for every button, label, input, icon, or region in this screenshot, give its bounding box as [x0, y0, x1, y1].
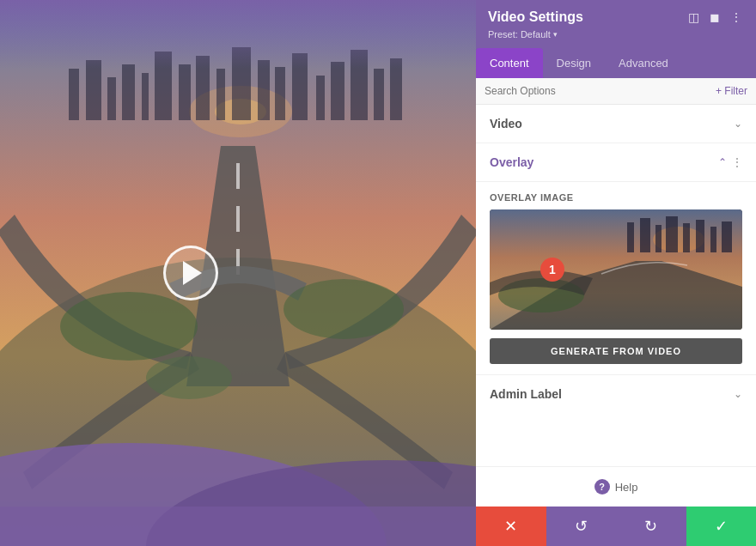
help-icon: ? — [594, 479, 610, 494]
filter-button[interactable]: + Filter — [716, 85, 747, 97]
tab-content[interactable]: Content — [476, 48, 543, 78]
svg-rect-11 — [216, 69, 225, 120]
preset-text: Preset: Default — [488, 29, 551, 39]
undo-icon: ↺ — [575, 517, 588, 536]
generate-btn-label: GENERATE FROM VIDEO — [551, 346, 681, 356]
panel-header: Video Settings ◫ ◼ ⋮ Preset: Default ▾ — [476, 0, 756, 48]
svg-rect-3 — [69, 69, 79, 120]
video-chevron-icon: ⌄ — [734, 118, 742, 130]
tab-design-label: Design — [557, 57, 591, 70]
save-icon: ✓ — [715, 517, 728, 536]
video-background — [0, 0, 476, 546]
more-icon[interactable]: ⋮ — [729, 9, 744, 26]
overlay-section-title: Overlay — [490, 155, 533, 169]
svg-rect-9 — [179, 64, 191, 120]
save-button[interactable]: ✓ — [686, 507, 757, 546]
redo-button[interactable]: ↻ — [616, 507, 686, 546]
tab-advanced[interactable]: Advanced — [605, 48, 682, 78]
svg-rect-4 — [86, 60, 101, 120]
svg-rect-28 — [0, 0, 476, 69]
overlay-chevron-icon: ⌃ — [718, 156, 727, 168]
header-icons: ◫ ◼ ⋮ — [686, 9, 744, 26]
video-preview — [0, 0, 476, 546]
cancel-button[interactable]: ✕ — [476, 507, 546, 546]
admin-section-header[interactable]: Admin Label ⌄ — [476, 375, 756, 413]
svg-rect-16 — [316, 76, 325, 120]
tab-advanced-label: Advanced — [619, 57, 668, 70]
svg-point-26 — [284, 279, 404, 339]
panel-content: Video ⌄ Overlay ⌃ ⋮ Overlay Image — [476, 105, 756, 466]
svg-rect-5 — [107, 77, 116, 120]
overlay-image-upload[interactable]: 1 — [490, 209, 742, 330]
overlay-section-content: Overlay Image — [476, 182, 756, 375]
svg-rect-41 — [722, 221, 732, 252]
overlay-section-actions: ⌃ ⋮ — [718, 156, 742, 168]
undo-button[interactable]: ↺ — [546, 507, 617, 546]
overlay-section-header[interactable]: Overlay ⌃ ⋮ — [476, 143, 756, 182]
svg-rect-36 — [655, 225, 662, 252]
header-top: Video Settings ◫ ◼ ⋮ — [488, 9, 744, 26]
preset-label[interactable]: Preset: Default ▾ — [488, 29, 744, 39]
svg-rect-6 — [122, 64, 135, 120]
admin-chevron-icon: ⌄ — [734, 388, 742, 400]
help-label: Help — [615, 481, 638, 494]
search-input[interactable] — [485, 85, 716, 97]
overlay-thumbnail — [490, 209, 742, 330]
svg-rect-35 — [640, 218, 650, 252]
preset-arrow-icon: ▾ — [553, 30, 558, 39]
svg-point-25 — [60, 292, 198, 361]
redo-icon: ↻ — [644, 517, 657, 536]
tab-design[interactable]: Design — [543, 48, 605, 78]
svg-rect-38 — [683, 223, 690, 252]
overlay-image-label: Overlay Image — [490, 192, 742, 203]
overlay-more-icon[interactable]: ⋮ — [732, 156, 742, 168]
svg-rect-13 — [258, 60, 270, 120]
svg-rect-39 — [696, 220, 704, 252]
search-bar: + Filter — [476, 78, 756, 105]
svg-rect-19 — [374, 69, 384, 120]
svg-rect-14 — [275, 67, 285, 120]
svg-rect-40 — [710, 227, 716, 252]
cancel-icon: ✕ — [504, 517, 517, 536]
svg-rect-34 — [627, 222, 634, 252]
svg-rect-23 — [236, 206, 240, 232]
responsive-icon[interactable]: ◫ — [686, 9, 701, 26]
badge-number-text: 1 — [549, 263, 556, 276]
admin-section-title: Admin Label — [490, 387, 562, 401]
svg-point-27 — [146, 356, 232, 399]
svg-rect-7 — [142, 73, 149, 120]
play-button[interactable] — [163, 246, 218, 300]
bottom-toolbar: ✕ ↺ ↻ ✓ — [476, 507, 756, 546]
video-section-title: Video — [490, 117, 522, 130]
tab-content-label: Content — [490, 57, 529, 70]
overlay-badge: 1 — [540, 258, 564, 282]
video-section-header[interactable]: Video ⌄ — [476, 105, 756, 143]
svg-rect-31 — [0, 507, 476, 546]
layout-icon[interactable]: ◼ — [708, 9, 722, 26]
road-scene-svg — [0, 0, 476, 546]
settings-panel: Video Settings ◫ ◼ ⋮ Preset: Default ▾ C… — [476, 0, 756, 546]
tabs: Content Design Advanced — [476, 48, 756, 78]
svg-rect-37 — [666, 216, 678, 252]
play-icon — [183, 261, 202, 285]
generate-from-video-button[interactable]: GENERATE FROM VIDEO — [490, 338, 742, 364]
svg-rect-17 — [331, 62, 344, 120]
help-footer: ? Help — [476, 466, 756, 507]
panel-title: Video Settings — [488, 9, 583, 25]
svg-rect-22 — [236, 163, 240, 189]
filter-label: + Filter — [716, 85, 747, 97]
